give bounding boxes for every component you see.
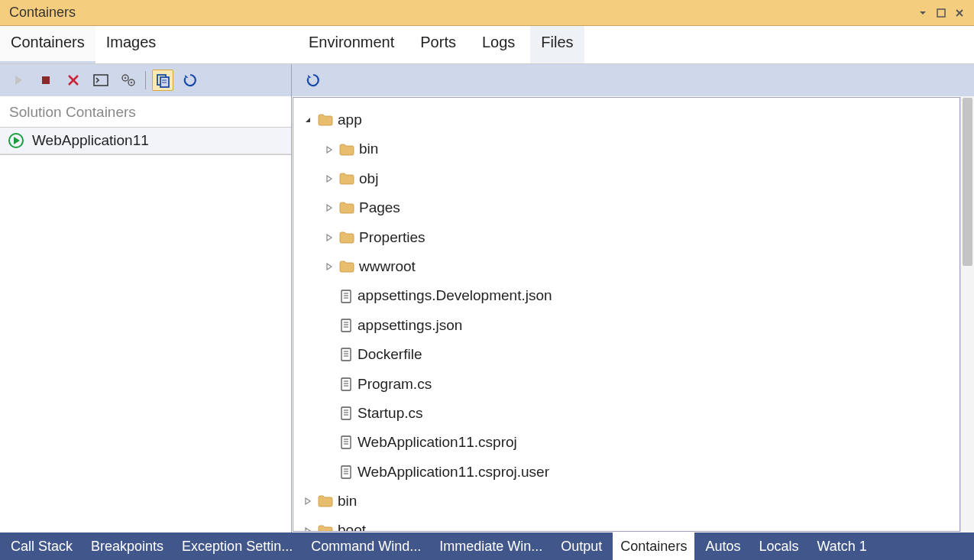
svg-rect-0 bbox=[937, 9, 945, 17]
svg-rect-24 bbox=[341, 378, 351, 390]
tree-label: Pages bbox=[359, 196, 400, 219]
tree-label: obj bbox=[359, 167, 378, 190]
tree-file[interactable]: ▷WebApplication11.csproj.user bbox=[299, 458, 953, 487]
tree-folder[interactable]: app bbox=[299, 105, 953, 134]
container-name: WebApplication11 bbox=[32, 132, 149, 149]
tree-file[interactable]: ▷Program.cs bbox=[299, 370, 953, 399]
svg-rect-16 bbox=[341, 319, 351, 332]
tree-folder[interactable]: bin bbox=[299, 134, 953, 163]
left-tab-group: Containers Images bbox=[0, 26, 292, 63]
tree-label: boot bbox=[338, 519, 366, 532]
svg-rect-32 bbox=[341, 436, 351, 448]
separator bbox=[0, 154, 291, 155]
svg-point-6 bbox=[131, 82, 132, 83]
bottom-tab[interactable]: Command Wind... bbox=[303, 532, 429, 560]
expand-arrow-icon[interactable] bbox=[303, 497, 313, 505]
tab-environment[interactable]: Environment bbox=[298, 26, 405, 63]
tree-label: Properties bbox=[359, 226, 426, 249]
settings-button[interactable] bbox=[118, 70, 139, 91]
refresh-left-button[interactable] bbox=[180, 70, 201, 91]
tree-label: Startup.cs bbox=[358, 402, 423, 425]
tab-files[interactable]: Files bbox=[530, 26, 584, 63]
expand-arrow-icon[interactable] bbox=[324, 234, 335, 241]
bottom-tab[interactable]: Exception Settin... bbox=[174, 532, 300, 560]
tree-folder[interactable]: Properties bbox=[299, 223, 953, 252]
bottom-tab[interactable]: Call Stack bbox=[3, 532, 80, 560]
close-icon[interactable] bbox=[954, 8, 965, 18]
left-panel: Solution Containers WebApplication11 bbox=[0, 96, 292, 532]
tree-file[interactable]: ▷appsettings.json bbox=[299, 311, 953, 340]
tree-label: Dockerfile bbox=[358, 343, 422, 366]
tree-label: app bbox=[338, 108, 362, 131]
file-tree[interactable]: appbinobjPagesPropertieswwwroot▷appsetti… bbox=[293, 97, 960, 532]
tree-file[interactable]: ▷Dockerfile bbox=[299, 340, 953, 369]
right-panel: appbinobjPagesPropertieswwwroot▷appsetti… bbox=[292, 96, 974, 532]
tab-logs[interactable]: Logs bbox=[471, 26, 526, 63]
section-header: Solution Containers bbox=[0, 96, 291, 127]
tree-label: bin bbox=[338, 490, 357, 513]
tab-row: Containers Images Environment Ports Logs… bbox=[0, 26, 974, 64]
svg-rect-2 bbox=[94, 75, 108, 86]
container-list-item[interactable]: WebApplication11 bbox=[0, 128, 291, 154]
bottom-tab[interactable]: Containers bbox=[613, 532, 694, 560]
stop-button[interactable] bbox=[35, 70, 57, 91]
bottom-tab[interactable]: Autos bbox=[697, 532, 748, 560]
toolbar-separator bbox=[145, 71, 146, 89]
copy-button[interactable] bbox=[152, 70, 173, 91]
window-controls bbox=[917, 8, 965, 18]
bottom-tab[interactable]: Output bbox=[553, 532, 610, 560]
toolbar-row bbox=[0, 64, 974, 96]
tab-ports[interactable]: Ports bbox=[409, 26, 467, 63]
tree-label: WebApplication11.csproj.user bbox=[358, 461, 549, 484]
bottom-tab[interactable]: Breakpoints bbox=[83, 532, 171, 560]
tab-containers[interactable]: Containers bbox=[0, 26, 95, 63]
expand-arrow-icon[interactable] bbox=[324, 146, 335, 154]
expand-arrow-icon[interactable] bbox=[324, 263, 335, 270]
svg-rect-20 bbox=[341, 348, 351, 361]
tab-images[interactable]: Images bbox=[95, 26, 167, 63]
terminal-button[interactable] bbox=[90, 70, 112, 91]
bottom-tab[interactable]: Locals bbox=[751, 532, 806, 560]
tree-label: appsettings.Development.json bbox=[358, 284, 552, 307]
svg-rect-1 bbox=[42, 76, 50, 84]
body: Solution Containers WebApplication11 app… bbox=[0, 96, 974, 532]
tree-folder[interactable]: obj bbox=[299, 164, 953, 193]
svg-point-5 bbox=[125, 77, 126, 79]
tree-label: bin bbox=[359, 138, 378, 160]
refresh-right-button[interactable] bbox=[303, 70, 324, 91]
tree-folder[interactable]: Pages bbox=[299, 193, 953, 222]
expand-arrow-icon[interactable] bbox=[324, 175, 335, 183]
running-icon bbox=[8, 132, 24, 149]
right-tab-group: Environment Ports Logs Files bbox=[292, 26, 584, 63]
play-button[interactable] bbox=[8, 70, 29, 91]
scrollbar[interactable] bbox=[960, 96, 974, 532]
svg-rect-12 bbox=[341, 290, 351, 303]
tree-file[interactable]: ▷Startup.cs bbox=[299, 399, 953, 428]
bottom-tab[interactable]: Immediate Win... bbox=[432, 532, 550, 560]
tree-file[interactable]: ▷WebApplication11.csproj bbox=[299, 428, 953, 457]
right-toolbar bbox=[292, 64, 974, 96]
bottom-tab[interactable]: Watch 1 bbox=[809, 532, 874, 560]
title-bar: Containers bbox=[0, 0, 974, 26]
delete-button[interactable] bbox=[63, 70, 84, 91]
tree-label: Program.cs bbox=[358, 373, 432, 396]
tree-file[interactable]: ▷appsettings.Development.json bbox=[299, 281, 953, 310]
tree-folder[interactable]: wwwroot bbox=[299, 252, 953, 281]
tree-label: WebApplication11.csproj bbox=[358, 431, 517, 454]
tree-folder[interactable]: boot bbox=[299, 516, 953, 532]
left-toolbar bbox=[0, 64, 292, 96]
expand-arrow-icon[interactable] bbox=[303, 116, 313, 124]
dropdown-icon[interactable] bbox=[917, 8, 928, 18]
maximize-icon[interactable] bbox=[936, 8, 946, 18]
tree-label: appsettings.json bbox=[358, 314, 462, 337]
window-title: Containers bbox=[9, 5, 76, 21]
svg-rect-36 bbox=[341, 466, 351, 478]
tree-label: wwwroot bbox=[359, 255, 416, 278]
scrollbar-thumb[interactable] bbox=[963, 98, 972, 266]
bottom-tab-bar: Call StackBreakpointsException Settin...… bbox=[0, 532, 974, 560]
svg-rect-28 bbox=[341, 407, 351, 419]
expand-arrow-icon[interactable] bbox=[324, 204, 335, 212]
tree-folder[interactable]: bin bbox=[299, 487, 953, 516]
expand-arrow-icon[interactable] bbox=[303, 527, 313, 532]
